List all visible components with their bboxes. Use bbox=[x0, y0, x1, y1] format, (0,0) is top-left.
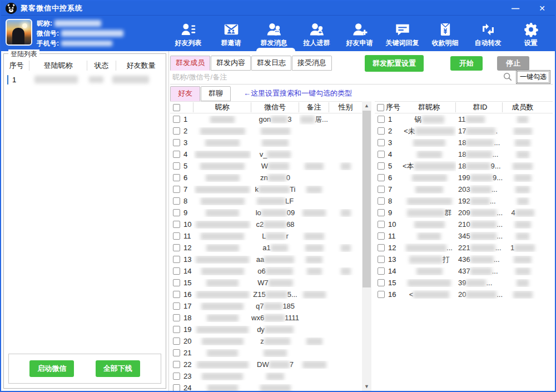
row-checkbox[interactable] bbox=[173, 221, 180, 228]
row-checkbox[interactable] bbox=[378, 127, 385, 135]
row-checkbox[interactable] bbox=[173, 174, 180, 181]
row-checkbox[interactable] bbox=[378, 291, 385, 298]
row-checkbox[interactable] bbox=[173, 244, 180, 251]
row-checkbox[interactable] bbox=[173, 291, 180, 298]
row-checkbox[interactable] bbox=[378, 244, 385, 251]
friend-row[interactable]: 16 Z155... bbox=[170, 289, 362, 300]
group-row[interactable]: 4 18... bbox=[375, 148, 553, 160]
friend-row[interactable]: 1 gon3 居... bbox=[170, 113, 362, 125]
scroll-down-icon[interactable]: ▼ bbox=[362, 382, 371, 391]
friend-row[interactable]: 17 q7185 bbox=[170, 300, 362, 312]
toolbar-item-pull-into-group[interactable]: 拉人进群 bbox=[295, 19, 338, 48]
friend-row[interactable]: 20 z bbox=[170, 335, 362, 347]
row-checkbox[interactable] bbox=[173, 209, 180, 216]
group-row[interactable]: 8 192... bbox=[375, 195, 553, 207]
friend-row[interactable]: 19 dy bbox=[170, 324, 362, 335]
search-icon[interactable] bbox=[503, 72, 513, 82]
friend-row[interactable]: 4 v_ bbox=[170, 148, 362, 160]
toolbar-item-mass-message[interactable]: 群发消息 bbox=[252, 19, 295, 48]
start-button[interactable]: 开始 bbox=[450, 56, 483, 71]
row-checkbox[interactable] bbox=[173, 151, 180, 158]
row-checkbox[interactable] bbox=[378, 151, 385, 158]
group-row[interactable]: 1 锅 11 bbox=[375, 113, 553, 125]
row-checkbox[interactable] bbox=[378, 197, 385, 205]
start-wechat-button[interactable]: 启动微信 bbox=[29, 360, 74, 377]
row-checkbox[interactable] bbox=[378, 139, 385, 146]
row-checkbox[interactable] bbox=[378, 162, 385, 170]
friend-row[interactable]: 3 bbox=[170, 137, 362, 148]
toolbar-item-settings[interactable]: 设置 bbox=[509, 19, 552, 48]
row-checkbox[interactable] bbox=[173, 384, 180, 391]
row-checkbox[interactable] bbox=[173, 127, 180, 135]
group-row[interactable]: 5 <本 189... bbox=[375, 160, 553, 172]
row-checkbox[interactable] bbox=[378, 174, 385, 181]
friend-row[interactable]: 21 bbox=[170, 347, 362, 359]
scroll-up-icon[interactable]: ▲ bbox=[362, 101, 371, 110]
group-row[interactable]: 9 群 209... 4 bbox=[375, 207, 553, 219]
toolbar-item-auto-forward[interactable]: 自动转发 bbox=[466, 19, 509, 48]
friend-row[interactable]: 9 lo09 bbox=[170, 207, 362, 219]
row-checkbox[interactable] bbox=[378, 221, 385, 228]
row-checkbox[interactable] bbox=[173, 349, 180, 356]
groups-select-all-checkbox[interactable] bbox=[377, 104, 384, 111]
friend-row[interactable]: 8 LF bbox=[170, 195, 362, 207]
login-row-checkbox[interactable] bbox=[7, 75, 8, 85]
group-row[interactable]: 13 打 436... bbox=[375, 254, 553, 265]
row-checkbox[interactable] bbox=[173, 314, 180, 321]
row-checkbox[interactable] bbox=[173, 162, 180, 170]
row-checkbox[interactable] bbox=[173, 279, 180, 286]
row-checkbox[interactable] bbox=[173, 267, 180, 275]
tab-mass-send-members[interactable]: 群发成员 bbox=[170, 56, 210, 71]
friend-row[interactable]: 24 bbox=[170, 382, 362, 391]
friend-row[interactable]: 5 W bbox=[170, 160, 362, 172]
friend-row[interactable]: 6 zn0 bbox=[170, 172, 362, 183]
row-checkbox[interactable] bbox=[378, 279, 385, 286]
stop-button[interactable]: 停止 bbox=[497, 56, 529, 71]
group-row[interactable]: 2 <未 17. bbox=[375, 125, 553, 137]
friend-row[interactable]: 22 DW7 bbox=[170, 359, 362, 370]
group-row[interactable]: 14 437... bbox=[375, 265, 553, 277]
subtab-friends[interactable]: 好友 bbox=[170, 86, 200, 101]
friend-row[interactable]: 15 W7 bbox=[170, 277, 362, 289]
friend-row[interactable]: 10 c268 bbox=[170, 219, 362, 230]
row-checkbox[interactable] bbox=[173, 256, 180, 263]
row-checkbox[interactable] bbox=[173, 373, 180, 380]
toolbar-item-keyword-reply[interactable]: 关键词回复 bbox=[381, 19, 424, 48]
row-checkbox[interactable] bbox=[173, 361, 180, 368]
tab-receive-messages[interactable]: 接受消息 bbox=[292, 56, 332, 71]
minimize-button[interactable]: — bbox=[507, 4, 524, 13]
row-checkbox[interactable] bbox=[378, 232, 385, 240]
row-checkbox[interactable] bbox=[173, 338, 180, 345]
group-row[interactable]: 11 345... bbox=[375, 230, 553, 242]
row-checkbox[interactable] bbox=[378, 116, 385, 123]
toolbar-item-payment-details[interactable]: 收款明细 bbox=[424, 19, 466, 48]
friend-row[interactable]: 18 wx61111 bbox=[170, 312, 362, 324]
friends-scrollbar[interactable]: ▲ ▼ bbox=[362, 101, 371, 391]
toolbar-item-friend-request[interactable]: 好友申请 bbox=[338, 19, 381, 48]
mass-send-config-button[interactable]: 群发配置设置 bbox=[365, 55, 424, 72]
friend-row[interactable]: 11 Lr bbox=[170, 230, 362, 242]
group-row[interactable]: 6 1999... bbox=[375, 172, 553, 183]
scrollbar-thumb[interactable] bbox=[363, 111, 371, 287]
check-all-button[interactable]: 一键勾选 bbox=[516, 70, 550, 84]
group-row[interactable]: 12 ... 221... 1 bbox=[375, 242, 553, 254]
friend-row[interactable]: 14 o6 bbox=[170, 265, 362, 277]
search-input[interactable] bbox=[170, 73, 499, 81]
row-checkbox[interactable] bbox=[173, 139, 180, 146]
login-row[interactable]: 1 bbox=[4, 73, 166, 86]
toolbar-item-friends-list[interactable]: 好友列表 bbox=[167, 19, 210, 48]
friend-row[interactable]: 7 kTi bbox=[170, 183, 362, 195]
all-offline-button[interactable]: 全部下线 bbox=[96, 360, 140, 377]
row-checkbox[interactable] bbox=[173, 326, 180, 333]
subtab-groups[interactable]: 群聊 bbox=[201, 86, 231, 101]
friend-row[interactable]: 2 bbox=[170, 125, 362, 137]
toolbar-item-group-invite[interactable]: 群邀请 bbox=[210, 19, 252, 48]
row-checkbox[interactable] bbox=[173, 232, 180, 240]
close-button[interactable]: ✕ bbox=[534, 4, 550, 13]
friends-select-all-checkbox[interactable] bbox=[173, 104, 180, 111]
row-checkbox[interactable] bbox=[173, 302, 180, 310]
group-row[interactable]: 16 < 20... bbox=[375, 289, 553, 300]
friend-row[interactable]: 12 a1 bbox=[170, 242, 362, 254]
row-checkbox[interactable] bbox=[173, 186, 180, 193]
row-checkbox[interactable] bbox=[173, 197, 180, 205]
